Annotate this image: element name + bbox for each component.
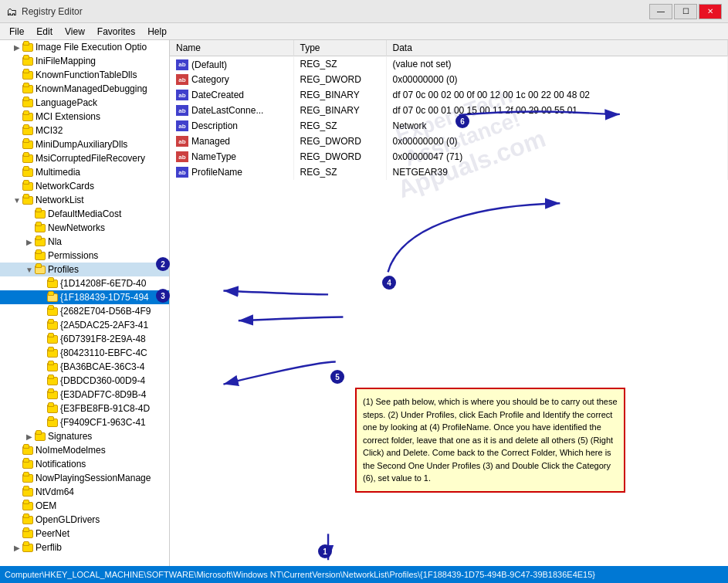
tree-label: MsiCorruptedFileRecovery (36, 153, 145, 164)
tree-item-minidump[interactable]: MiniDumpAuxiliaryDlls (0, 137, 169, 151)
tree-item-ntvdm64[interactable]: NtVdm64 (0, 485, 169, 499)
badge-1: 1 (318, 544, 332, 558)
tree-label: MiniDumpAuxiliaryDlls (36, 139, 127, 150)
folder-icon (22, 42, 34, 53)
tree-item-profiles[interactable]: ▼ Profiles (0, 263, 169, 276)
col-data[interactable]: Data (386, 40, 728, 56)
tree-label: PeerNet (36, 528, 69, 539)
tree-item-multimedia[interactable]: Multimedia (0, 165, 169, 179)
registry-tree[interactable]: ▶ Image File Execution Optio IniFileMapp… (0, 40, 170, 566)
table-row[interactable]: abProfileName REG_SZ NETGEAR39 (170, 164, 728, 180)
tree-item-profile11[interactable]: {F9409CF1-963C-41 (0, 415, 169, 429)
status-bar: Computer\HKEY_LOCAL_MACHINE\SOFTWARE\Mic… (0, 566, 728, 583)
menu-help[interactable]: Help (141, 25, 173, 39)
table-row[interactable]: abCategory REG_DWORD 0x00000000 (0) (170, 72, 728, 87)
menu-bar: File Edit View Favorites Help (0, 23, 728, 40)
folder-icon (22, 514, 34, 525)
tree-item-profile2[interactable]: {1F188439-1D75-494 (0, 290, 169, 304)
toggle-icon: ▶ (25, 432, 34, 441)
tree-label: NoImeModelmes (36, 445, 106, 456)
tree-item-profile8[interactable]: {DBDCD360-00D9-4 (0, 374, 169, 388)
binary-icon: ab (176, 105, 188, 116)
tree-item-knownfunctiontable[interactable]: KnownFunctionTableDlls (0, 68, 169, 82)
tree-label: NetworkCards (36, 181, 94, 192)
tree-item-defaultmediacost[interactable]: DefaultMediaCost (0, 207, 169, 221)
tree-label: Signatures (48, 431, 92, 442)
app-title: Registry Editor (22, 6, 83, 17)
folder-icon (22, 139, 34, 150)
tree-item-profile9[interactable]: {E3DADF7C-8D9B-4 (0, 388, 169, 402)
folder-icon (22, 69, 34, 80)
dword-icon: ab (176, 74, 188, 85)
maximize-button[interactable]: ☐ (674, 4, 697, 19)
tree-label: {DBDCD360-00D9-4 (60, 375, 145, 386)
tree-item-profile4[interactable]: {2A5DAC25-2AF3-41 (0, 318, 169, 332)
tree-item-networklist[interactable]: ▼ NetworkList (0, 193, 169, 207)
tree-label: Nla (48, 236, 62, 247)
menu-file[interactable]: File (3, 25, 30, 39)
tree-item-profile6[interactable]: {80423110-EBFC-4C (0, 346, 169, 360)
tree-item-networkcards[interactable]: NetworkCards (0, 179, 169, 193)
menu-view[interactable]: View (59, 25, 91, 39)
tree-item-nla[interactable]: ▶ Nla (0, 235, 169, 249)
ab-icon: ab (176, 59, 188, 70)
tree-item-profile5[interactable]: {6D7391F8-2E9A-48 (0, 332, 169, 346)
folder-icon (22, 83, 34, 94)
badge-3: 3 (156, 289, 170, 303)
folder-icon (34, 431, 46, 442)
table-row[interactable]: abDateLastConne... REG_BINARY df 07 0c 0… (170, 103, 728, 118)
tree-item-oem[interactable]: OEM (0, 499, 169, 513)
tree-item-profile10[interactable]: {E3FBE8FB-91C8-4D (0, 402, 169, 415)
table-row[interactable]: abNameType REG_DWORD 0x00000047 (71) (170, 149, 728, 164)
table-row[interactable]: abManaged REG_DWORD 0x00000000 (0) (170, 134, 728, 149)
ab-icon: ab (176, 167, 188, 178)
folder-icon (22, 445, 34, 456)
tree-item-profile3[interactable]: {2682E704-D56B-4F9 (0, 304, 169, 318)
folder-icon (22, 111, 34, 122)
app-icon: 🗂 (6, 5, 17, 18)
tree-item-knownmanaged[interactable]: KnownManagedDebugging (0, 82, 169, 96)
tree-item-newnetworks[interactable]: NewNetworks (0, 221, 169, 235)
tree-item-opengldrivers[interactable]: OpenGLDrivers (0, 513, 169, 527)
badge-5: 5 (330, 370, 344, 384)
tree-item-mciextensions[interactable]: MCI Extensions (0, 110, 169, 124)
tree-label: {E3DADF7C-8D9B-4 (60, 389, 146, 400)
tree-label: {80423110-EBFC-4C (60, 347, 147, 358)
tree-item-nowplaying[interactable]: NowPlayingSessionManage (0, 471, 169, 485)
minimize-button[interactable]: — (649, 4, 672, 19)
folder-icon (22, 542, 34, 553)
tree-item-permissions[interactable]: Permissions (0, 249, 169, 263)
badge-2: 2 (156, 257, 170, 271)
tree-item-mci32[interactable]: MCI32 (0, 124, 169, 137)
col-name[interactable]: Name (170, 40, 293, 56)
tree-item-imagefileexecution[interactable]: ▶ Image File Execution Optio (0, 40, 169, 54)
menu-edit[interactable]: Edit (30, 25, 59, 39)
main-content: ▶ Image File Execution Optio IniFileMapp… (0, 40, 728, 566)
tree-item-signatures[interactable]: ▶ Signatures (0, 429, 169, 443)
tree-item-msicorrupted[interactable]: MsiCorruptedFileRecovery (0, 151, 169, 165)
tree-item-perflib[interactable]: ▶ Perflib (0, 541, 169, 554)
tree-item-languagepack[interactable]: LanguagePack (0, 96, 169, 110)
close-button[interactable]: ✕ (699, 4, 722, 19)
folder-icon (46, 417, 59, 428)
tree-item-inifilemapping[interactable]: IniFileMapping (0, 54, 169, 68)
folder-icon (46, 320, 59, 330)
tree-item-profile7[interactable]: {BA36BCAE-36C3-4 (0, 360, 169, 374)
folder-icon (46, 292, 59, 303)
tree-item-peernet[interactable]: PeerNet (0, 527, 169, 541)
folder-icon (22, 125, 34, 136)
tree-label: OpenGLDrivers (36, 514, 100, 525)
binary-icon: ab (176, 90, 188, 100)
tree-item-noimemodelmes[interactable]: NoImeModelmes (0, 443, 169, 457)
menu-favorites[interactable]: Favorites (91, 25, 141, 39)
folder-icon (34, 264, 46, 275)
table-row[interactable]: abDateCreated REG_BINARY df 07 0c 00 02 … (170, 87, 728, 103)
table-row[interactable]: abDescription REG_SZ Network (170, 118, 728, 134)
tree-item-profile1[interactable]: {1D14208F-6E7D-40 (0, 276, 169, 290)
table-row[interactable]: ab(Default) REG_SZ (value not set) (170, 56, 728, 72)
tree-item-notifications[interactable]: Notifications (0, 457, 169, 471)
folder-icon (34, 208, 46, 219)
col-type[interactable]: Type (293, 40, 386, 56)
tree-label: NowPlayingSessionManage (36, 473, 151, 483)
tree-label: NetworkList (36, 195, 84, 205)
